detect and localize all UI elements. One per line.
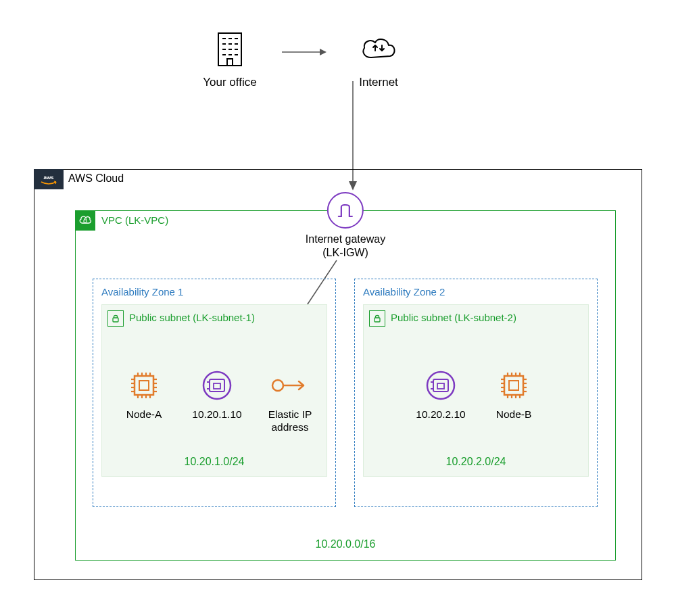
svg-rect-18: [84, 220, 87, 222]
vpc-container: VPC (LK-VPC) Internet gateway (LK-IGW): [75, 210, 616, 561]
availability-zone-2: Availability Zone 2 Public subnet (LK-su…: [354, 279, 598, 507]
eni-icon: [201, 369, 233, 402]
node-b-label: Node-B: [496, 408, 532, 421]
vpc-label: VPC (LK-VPC): [101, 214, 168, 226]
aws-cloud-container: aws AWS Cloud VPC (LK-VPC): [34, 169, 642, 580]
svg-rect-54: [509, 381, 518, 390]
subnet2-label: Public subnet (LK-subnet-2): [391, 312, 516, 323]
svg-point-45: [272, 380, 283, 391]
subnet-lock-icon: [107, 310, 124, 327]
internet-label: Internet: [359, 76, 398, 89]
svg-rect-23: [139, 381, 149, 390]
svg-rect-22: [135, 376, 153, 395]
svg-rect-41: [210, 379, 224, 392]
subnet1-cidr: 10.20.1.0/24: [102, 456, 327, 468]
internet-gateway-icon: [327, 192, 364, 229]
eni-icon: [425, 369, 456, 402]
availability-zone-1: Availability Zone 1 Public subnet (LK-su…: [93, 279, 336, 507]
vpc-badge-icon: [75, 210, 95, 231]
eni1-ip: 10.20.1.10: [192, 408, 241, 421]
svg-point-40: [203, 372, 231, 399]
arrow-right-icon: [281, 45, 328, 59]
internet-node: Internet: [341, 30, 416, 89]
svg-rect-49: [433, 379, 448, 392]
svg-rect-42: [214, 383, 220, 389]
vpc-cidr: 10.20.0.0/16: [76, 538, 615, 550]
eni2-ip: 10.20.2.10: [416, 408, 465, 421]
node-a: Node-A: [114, 369, 174, 421]
igw-name: (LK-IGW): [322, 247, 368, 258]
aws-cloud-label: AWS Cloud: [68, 172, 124, 185]
aws-logo-icon: aws: [34, 169, 64, 189]
eip-label: Elastic IP address: [268, 408, 312, 433]
public-subnet-2: Public subnet (LK-subnet-2): [363, 304, 589, 477]
subnet2-cidr: 10.20.2.0/24: [364, 456, 588, 468]
node-b: Node-B: [484, 369, 544, 421]
eni-2: 10.20.2.10: [411, 369, 470, 421]
subnet-lock-icon: [369, 310, 385, 327]
elastic-ip: Elastic IP address: [260, 369, 320, 433]
office-building-icon: [216, 30, 244, 68]
svg-rect-21: [113, 318, 118, 322]
office-node: Your office: [193, 30, 267, 89]
office-label: Your office: [203, 76, 256, 89]
ec2-instance-icon: [498, 369, 529, 402]
aws-architecture-diagram: Your office Internet aws: [14, 14, 662, 602]
igw-title: Internet gateway: [306, 233, 385, 245]
svg-rect-47: [375, 318, 380, 322]
svg-rect-15: [227, 59, 233, 66]
public-subnet-1: Public subnet (LK-subnet-1): [101, 304, 327, 477]
node-a-label: Node-A: [126, 408, 162, 421]
elastic-ip-icon: [270, 369, 310, 402]
internet-cloud-icon: [359, 30, 398, 68]
ec2-instance-icon: [128, 369, 160, 402]
svg-rect-53: [504, 376, 523, 395]
svg-point-48: [427, 372, 454, 399]
svg-text:aws: aws: [43, 174, 54, 181]
eni-1: 10.20.1.10: [187, 369, 247, 421]
svg-rect-50: [437, 383, 444, 389]
az2-label: Availability Zone 2: [363, 286, 589, 298]
subnet1-label: Public subnet (LK-subnet-1): [129, 312, 255, 323]
az1-label: Availability Zone 1: [101, 286, 327, 298]
igw-label: Internet gateway (LK-IGW): [303, 233, 388, 260]
internet-gateway: Internet gateway (LK-IGW): [303, 192, 388, 260]
